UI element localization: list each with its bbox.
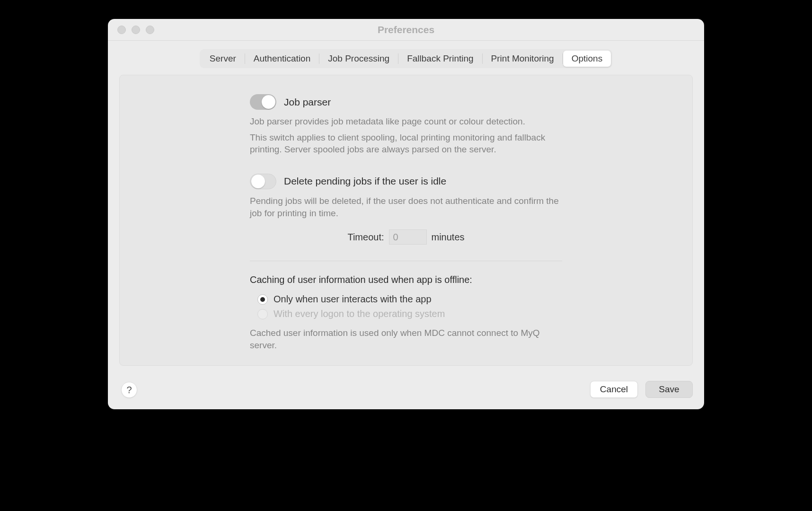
window-title: Preferences — [378, 24, 434, 35]
options-content: Job parser Job parser provides job metad… — [250, 94, 562, 351]
job-parser-section: Job parser Job parser provides job metad… — [250, 94, 562, 156]
caching-option-interacts[interactable]: Only when user interacts with the app — [250, 292, 562, 307]
delete-pending-desc: Pending jobs will be deleted, if the use… — [250, 195, 562, 219]
caching-section: Caching of user information used when ap… — [250, 274, 562, 351]
timeout-row: Timeout: minutes — [250, 229, 562, 245]
help-button[interactable]: ? — [121, 382, 137, 398]
save-button[interactable]: Save — [645, 381, 693, 398]
cancel-button[interactable]: Cancel — [590, 381, 638, 398]
tab-options[interactable]: Options — [563, 51, 611, 67]
tabs: ServerAuthenticationJob ProcessingFallba… — [200, 49, 612, 68]
caching-radio-logon — [257, 309, 268, 319]
tab-authentication[interactable]: Authentication — [245, 51, 319, 67]
zoom-window-button[interactable] — [146, 26, 154, 34]
job-parser-toggle[interactable] — [250, 94, 276, 110]
delete-pending-label: Delete pending jobs if the user is idle — [284, 176, 446, 187]
caching-heading: Caching of user information used when ap… — [250, 274, 562, 285]
tab-job-processing[interactable]: Job Processing — [319, 51, 398, 67]
tab-server[interactable]: Server — [201, 51, 245, 67]
section-divider — [250, 261, 562, 261]
tab-fallback-printing[interactable]: Fallback Printing — [398, 51, 482, 67]
timeout-input[interactable] — [389, 229, 427, 245]
job-parser-label: Job parser — [284, 97, 331, 108]
footer: ? Cancel Save — [108, 377, 704, 409]
minimize-window-button[interactable] — [132, 26, 140, 34]
titlebar: Preferences — [108, 19, 704, 41]
timeout-unit: minutes — [432, 232, 465, 243]
caching-option-logon: With every logon to the operating system — [250, 307, 562, 321]
window-controls — [117, 26, 154, 34]
caching-option-logon-label: With every logon to the operating system — [274, 308, 445, 319]
tabs-container: ServerAuthenticationJob ProcessingFallba… — [108, 41, 704, 68]
job-parser-desc-1: Job parser provides job metadata like pa… — [250, 115, 562, 128]
tab-print-monitoring[interactable]: Print Monitoring — [483, 51, 563, 67]
caching-desc: Cached user information is used only whe… — [250, 327, 562, 351]
job-parser-desc-2: This switch applies to client spooling, … — [250, 132, 562, 156]
delete-pending-toggle[interactable] — [250, 174, 276, 189]
close-window-button[interactable] — [117, 26, 126, 34]
options-panel: Job parser Job parser provides job metad… — [119, 75, 693, 366]
caching-option-interacts-label: Only when user interacts with the app — [274, 294, 432, 305]
preferences-window: Preferences ServerAuthenticationJob Proc… — [108, 19, 704, 409]
delete-pending-section: Delete pending jobs if the user is idle … — [250, 174, 562, 245]
caching-radio-interacts[interactable] — [257, 294, 268, 305]
timeout-label: Timeout: — [347, 232, 384, 243]
